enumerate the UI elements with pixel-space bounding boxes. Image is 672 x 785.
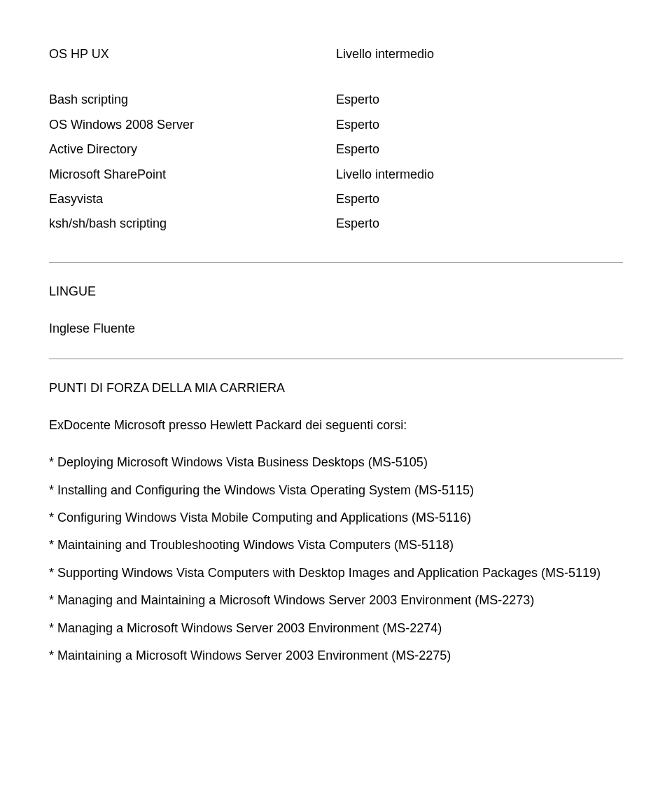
list-item: * Supporting Windows Vista Computers wit… xyxy=(49,565,623,581)
skill-name: OS Windows 2008 Server xyxy=(49,113,336,137)
skills-table: OS HP UX Livello intermedio Bash scripti… xyxy=(49,42,623,237)
table-row: ksh/sh/bash scripting Esperto xyxy=(49,211,623,236)
languages-heading: LINGUE xyxy=(49,284,623,300)
skill-level: Esperto xyxy=(336,211,623,236)
skill-name: ksh/sh/bash scripting xyxy=(49,211,336,236)
table-row: Microsoft SharePoint Livello intermedio xyxy=(49,162,623,187)
language-entry: Inglese Fluente xyxy=(49,321,623,337)
list-item: * Installing and Configuring the Windows… xyxy=(49,482,623,499)
skill-level: Livello intermedio xyxy=(336,42,623,67)
skill-level: Livello intermedio xyxy=(336,162,623,187)
skill-level: Esperto xyxy=(336,137,623,162)
list-item: * Managing and Maintaining a Microsoft W… xyxy=(49,592,623,609)
table-row: OS Windows 2008 Server Esperto xyxy=(49,113,623,137)
skill-level: Esperto xyxy=(336,88,623,112)
list-item: * Managing a Microsoft Windows Server 20… xyxy=(49,620,623,637)
skill-level: Esperto xyxy=(336,187,623,211)
career-intro: ExDocente Microsoft presso Hewlett Packa… xyxy=(49,417,623,433)
table-row: Bash scripting Esperto xyxy=(49,88,623,112)
skill-name: Easyvista xyxy=(49,187,336,211)
section-divider xyxy=(49,262,623,263)
list-item: * Deploying Microsoft Windows Vista Busi… xyxy=(49,454,623,471)
list-item: * Configuring Windows Vista Mobile Compu… xyxy=(49,510,623,526)
table-row: OS HP UX Livello intermedio xyxy=(49,42,623,67)
list-item: * Maintaining and Troubleshooting Window… xyxy=(49,537,623,553)
skill-level: Esperto xyxy=(336,113,623,137)
skill-name: Active Directory xyxy=(49,137,336,162)
table-row: Easyvista Esperto xyxy=(49,187,623,211)
table-row: Active Directory Esperto xyxy=(49,137,623,162)
skill-name: Bash scripting xyxy=(49,88,336,112)
skill-name: OS HP UX xyxy=(49,42,336,67)
skill-name: Microsoft SharePoint xyxy=(49,162,336,187)
section-divider xyxy=(49,359,623,359)
career-heading: PUNTI DI FORZA DELLA MIA CARRIERA xyxy=(49,380,623,396)
list-item: * Maintaining a Microsoft Windows Server… xyxy=(49,648,623,664)
course-list: * Deploying Microsoft Windows Vista Busi… xyxy=(49,454,623,664)
